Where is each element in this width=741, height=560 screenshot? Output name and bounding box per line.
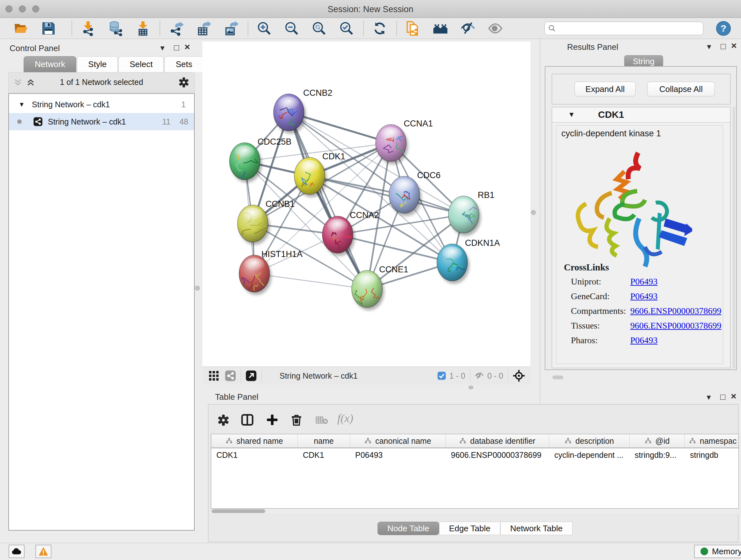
collapse-panel-icon[interactable]: ▼ (705, 44, 713, 51)
export-image-icon[interactable] (223, 21, 239, 36)
delete-column-icon[interactable] (289, 413, 304, 427)
network-collection-row[interactable]: ▼ String Network – cdk1 1 (9, 96, 194, 113)
function-builder-icon[interactable]: f(x) (337, 412, 353, 425)
collapse-panel-icon[interactable]: ▼ (705, 394, 712, 401)
crosslink-link[interactable]: P06493 (630, 335, 658, 346)
table-cell[interactable]: 9606.ENSP00000378699 (446, 448, 549, 462)
zoom-in-icon[interactable] (257, 21, 272, 36)
open-file-icon[interactable] (13, 21, 29, 36)
table-options-gear-icon[interactable] (217, 414, 230, 427)
birdseye-grid-icon[interactable] (208, 370, 219, 381)
column-header-description[interactable]: description (549, 434, 630, 448)
clone-network-icon[interactable] (405, 21, 421, 36)
tab-sets[interactable]: Sets (164, 56, 203, 72)
import-network-file-icon[interactable] (80, 21, 96, 36)
collapse-panel-icon[interactable]: ▼ (159, 45, 166, 52)
first-neighbors-icon[interactable] (433, 21, 448, 36)
main-toolbar: ? (0, 18, 741, 39)
table-cell[interactable]: cyclin-dependent ... (549, 448, 630, 462)
show-all-icon[interactable] (488, 21, 503, 36)
column-header--id[interactable]: @id (630, 434, 685, 448)
import-network-database-icon[interactable] (108, 21, 123, 36)
zoom-out-icon[interactable] (284, 21, 299, 36)
crosslink-link[interactable]: 9606.ENSP00000378699 (630, 306, 721, 316)
bottom-splitter-grip[interactable] (468, 386, 473, 389)
string-network-graph[interactable]: CCNB2CCNA1CDC25BCDK1CDC6RB1CCNB1CCNA2CDK… (202, 42, 530, 367)
scrollbar-thumb[interactable] (212, 509, 265, 513)
help-button[interactable]: ? (716, 21, 731, 36)
fit-crosshair-icon[interactable] (513, 369, 525, 382)
selected-checkbox-icon[interactable] (437, 371, 446, 380)
table-cell[interactable]: CDK1 (211, 448, 298, 462)
delete-table-icon[interactable] (316, 416, 328, 425)
tab-network-table[interactable]: Network Table (500, 522, 572, 535)
table-horizontal-scrollbar[interactable] (211, 509, 739, 514)
right-splitter-grip[interactable] (531, 210, 536, 215)
left-splitter-grip[interactable] (195, 286, 200, 291)
collapse-all-button[interactable]: Collapse All (647, 82, 715, 97)
float-panel-icon[interactable]: □ (174, 44, 179, 52)
column-header-database-identifier[interactable]: database identifier (446, 434, 549, 448)
zoom-fit-icon[interactable] (312, 21, 327, 36)
section-expander-icon[interactable]: ▼ (568, 111, 575, 119)
close-panel-icon[interactable]: × (731, 391, 737, 401)
network-node-CCNE1[interactable] (351, 270, 383, 307)
export-network-icon[interactable] (169, 21, 184, 36)
crosslink-label: Compartments: (571, 306, 630, 316)
tab-edge-table[interactable]: Edge Table (439, 522, 500, 535)
node-label-CCNA2: CCNA2 (350, 210, 379, 220)
float-panel-icon[interactable]: □ (720, 393, 725, 401)
network-node-CCNA2[interactable] (322, 216, 353, 253)
column-header-namespac[interactable]: namespac (685, 434, 739, 448)
network-node-HIST1H1A[interactable] (239, 255, 270, 292)
crosslink-link[interactable]: 9606.ENSP00000378699 (630, 320, 721, 331)
network-node-CDC25B[interactable] (229, 143, 260, 190)
table-cell[interactable]: CDK1 (298, 448, 350, 462)
export-table-icon[interactable] (196, 21, 211, 36)
show-columns-icon[interactable] (240, 413, 254, 427)
network-node-CDC6[interactable] (389, 176, 420, 213)
column-header-canonical-name[interactable]: canonical name (350, 434, 446, 448)
close-panel-icon[interactable]: × (185, 42, 190, 52)
results-vertical-scrollbar[interactable] (733, 107, 735, 368)
open-in-window-icon[interactable] (246, 370, 257, 381)
crosslink-link[interactable]: P06493 (630, 276, 658, 287)
hide-selected-icon[interactable] (460, 21, 475, 36)
edge-CCNB2-CCNE1[interactable] (289, 112, 367, 289)
tree-expander-icon[interactable]: ▼ (18, 101, 25, 108)
close-panel-icon[interactable]: × (731, 41, 737, 51)
search-input[interactable] (544, 22, 703, 35)
tab-select[interactable]: Select (118, 56, 164, 72)
network-row-selected[interactable]: String Network – cdk1 11 48 (9, 113, 194, 130)
tab-node-table[interactable]: Node Table (378, 522, 439, 535)
network-canvas[interactable]: CCNB2CCNA1CDC25BCDK1CDC6RB1CCNB1CCNA2CDK… (202, 42, 530, 367)
zoom-selected-icon[interactable] (339, 21, 354, 36)
refresh-icon[interactable] (372, 21, 387, 36)
column-header-shared-name[interactable]: shared name (211, 434, 298, 448)
save-session-icon[interactable] (41, 21, 56, 36)
create-column-icon[interactable] (265, 413, 279, 427)
import-table-file-icon[interactable] (135, 21, 151, 36)
tab-network[interactable]: Network (23, 56, 76, 72)
column-header-name[interactable]: name (298, 434, 350, 448)
network-node-CDK1[interactable] (294, 158, 325, 194)
crosslink-link[interactable]: P06493 (630, 291, 658, 301)
gene-section-header[interactable]: ▼ CDK1 (552, 107, 730, 123)
tab-string[interactable]: String (624, 55, 663, 67)
float-panel-icon[interactable]: □ (721, 42, 726, 51)
table-row[interactable]: CDK1CDK1P064939606.ENSP00000378699cyclin… (211, 448, 738, 462)
network-node-CDKN1A[interactable] (437, 244, 468, 281)
results-horizontal-scrollbar[interactable] (552, 375, 563, 379)
table-cell[interactable]: stringdb:9... (630, 448, 685, 462)
table-cell[interactable]: stringdb (685, 448, 739, 462)
network-options-gear-icon[interactable] (178, 76, 190, 88)
tab-style[interactable]: Style (77, 56, 118, 72)
cloud-button[interactable] (9, 545, 24, 558)
network-node-CCNA1[interactable] (376, 125, 406, 162)
string-view-icon[interactable] (225, 370, 236, 381)
expand-all-button[interactable]: Expand All (575, 82, 636, 97)
warnings-button[interactable] (36, 545, 51, 558)
memory-button[interactable]: Memory (694, 545, 741, 558)
table-cell[interactable]: P06493 (350, 448, 446, 462)
network-node-CCNB2[interactable] (273, 94, 304, 131)
